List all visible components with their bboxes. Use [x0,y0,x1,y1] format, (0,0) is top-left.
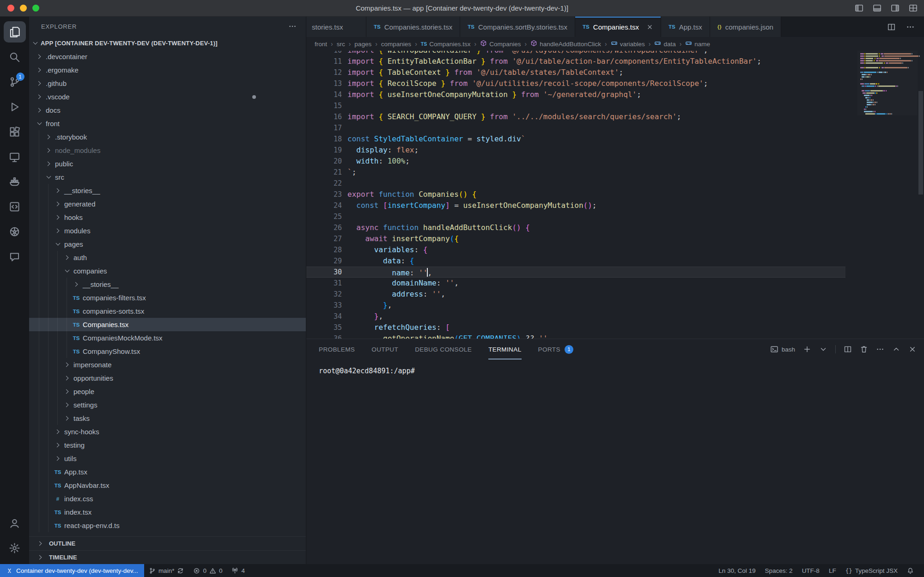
scrollbar-thumb[interactable] [918,91,923,194]
sidebar-section-outline[interactable]: OUTLINE [29,536,306,550]
line-number[interactable]: 36 [306,333,342,339]
code-line-34[interactable]: 34 }, [306,311,845,322]
panel-more-actions-icon[interactable] [876,345,884,353]
tree-file-CompaniesMockMode.tsx[interactable]: TSCompaniesMockMode.tsx [29,331,306,345]
line-number[interactable]: 16 [306,111,342,122]
code-line-35[interactable]: 35 refetchQueries: [ [306,322,845,333]
tree-folder-docs[interactable]: docs [29,103,306,117]
customize-layout-icon[interactable] [909,4,918,12]
terminal-output[interactable]: root@0a42ecd84891:/app# [306,359,924,564]
close-panel-icon[interactable] [908,345,917,353]
line-number[interactable]: 24 [306,200,342,211]
toggle-panel-icon[interactable] [873,4,881,12]
line-number[interactable]: 33 [306,300,342,311]
breadcrumb-companies[interactable]: companies [381,41,411,48]
tree-file-index.css[interactable]: #index.css [29,492,306,505]
code-line-16[interactable]: 16import { SEARCH_COMPANY_QUERY } from '… [306,111,845,122]
code-editor[interactable]: 10import { WithTopBarContainer } from '@… [306,51,924,339]
breadcrumb-front[interactable]: front [315,41,327,48]
tree-folder-front[interactable]: front [29,117,306,130]
minimize-window-button[interactable] [20,5,27,12]
tree-file-Companies.tsx[interactable]: TSCompanies.tsx [29,318,306,331]
container-tools-icon[interactable] [4,196,26,217]
line-number[interactable]: 25 [306,211,342,222]
breadcrumb-name[interactable]: name [685,40,710,48]
breadcrumb-pages[interactable]: pages [354,41,371,48]
minimap[interactable] [857,51,918,115]
terminal-shell-picker[interactable]: bash [770,345,795,353]
tab-Companies.sortBy.stories.tsx[interactable]: TSCompanies.sortBy.stories.tsx [460,17,575,37]
tree-folder-tasks[interactable]: tasks [29,412,306,425]
zoom-window-button[interactable] [32,5,39,12]
code-line-10[interactable]: 10import { WithTopBarContainer } from '@… [306,51,845,56]
line-number[interactable]: 12 [306,67,342,78]
terminal-dropdown-icon[interactable] [819,345,827,353]
editor-scrollbar[interactable] [918,51,924,339]
remote-explorer-icon[interactable] [4,146,26,167]
toggle-secondary-sidebar-icon[interactable] [891,4,900,12]
tree-folder-people[interactable]: people [29,385,306,398]
code-line-30[interactable]: 30 name: '', [306,267,845,278]
editor-more-actions-icon[interactable] [906,23,915,31]
tree-file-index.tsx[interactable]: TSindex.tsx [29,505,306,519]
search-icon[interactable] [4,46,26,67]
tab-App.tsx[interactable]: TSApp.tsx [661,17,710,37]
problems-indicator[interactable]: 0 0 [188,564,227,577]
line-number[interactable]: 18 [306,134,342,145]
new-terminal-icon[interactable] [803,345,811,353]
code-line-32[interactable]: 32 address: '', [306,289,845,300]
tree-folder-modules[interactable]: modules [29,224,306,237]
tab-Companies.tsx[interactable]: TSCompanies.tsx [575,17,661,37]
explorer-icon[interactable] [4,21,26,43]
breadcrumb-src[interactable]: src [337,41,345,48]
code-line-19[interactable]: 19 display: flex; [306,145,845,156]
tree-file-companies-filters.tsx[interactable]: TScompanies-filters.tsx [29,291,306,304]
line-number[interactable]: 11 [306,56,342,67]
line-number[interactable]: 30 [306,267,342,278]
line-number[interactable]: 21 [306,167,342,178]
tree-folder-opportunities[interactable]: opportunities [29,371,306,385]
code-line-15[interactable]: 15 [306,100,845,111]
breadcrumb-data[interactable]: data [654,40,675,48]
line-number[interactable]: 32 [306,289,342,300]
encoding-indicator[interactable]: UTF-8 [797,564,824,577]
tree-folder-hooks[interactable]: hooks [29,211,306,224]
kubernetes-icon[interactable] [4,221,26,242]
run-and-debug-icon[interactable] [4,96,26,117]
line-number[interactable]: 31 [306,278,342,289]
kill-terminal-icon[interactable] [860,345,868,353]
line-number[interactable]: 34 [306,311,342,322]
code-line-14[interactable]: 14import { useInsertOneCompanyMutation }… [306,89,845,100]
comments-icon[interactable] [4,246,26,267]
code-line-29[interactable]: 29 data: { [306,255,845,267]
breadcrumb-handleAddButtonClick[interactable]: handleAddButtonClick [530,40,601,48]
line-number[interactable]: 14 [306,89,342,100]
tree-file-companies-sorts.tsx[interactable]: TScompanies-sorts.tsx [29,304,306,318]
line-number[interactable]: 29 [306,255,342,267]
line-number[interactable]: 28 [306,244,342,255]
tree-folder-impersonate[interactable]: impersonate [29,358,306,371]
code-line-26[interactable]: 26 async function handleAddButtonClick()… [306,222,845,233]
line-number[interactable]: 19 [306,145,342,156]
tree-file-CompanyShow.tsx[interactable]: TSCompanyShow.tsx [29,345,306,358]
code-line-24[interactable]: 24 const [insertCompany] = useInsertOneC… [306,200,845,211]
panel-tab-terminal[interactable]: TERMINAL [488,339,521,359]
branch-indicator[interactable]: main* [144,564,189,577]
code-line-22[interactable]: 22 [306,178,845,189]
panel-tab-problems[interactable]: PROBLEMS [319,339,355,359]
accounts-icon[interactable] [4,512,26,534]
line-number[interactable]: 35 [306,322,342,333]
line-number[interactable]: 20 [306,156,342,167]
tab-stories.tsx[interactable]: stories.tsx [306,17,366,37]
workspace-section-header[interactable]: APP [CONTAINER DEV-TWENTY-DEV (DEV-TWENT… [29,36,306,50]
line-number[interactable]: 13 [306,78,342,89]
tree-folder-sync-hooks[interactable]: sync-hooks [29,425,306,438]
code-line-20[interactable]: 20 width: 100%; [306,156,845,167]
close-window-button[interactable] [7,5,14,12]
line-number[interactable]: 10 [306,51,342,56]
indent-indicator[interactable]: Spaces: 2 [760,564,797,577]
toggle-primary-sidebar-icon[interactable] [855,4,863,12]
tree-folder-auth[interactable]: auth [29,251,306,264]
tree-folder-public[interactable]: public [29,157,306,170]
tree-folder-.vscode[interactable]: .vscode [29,90,306,103]
